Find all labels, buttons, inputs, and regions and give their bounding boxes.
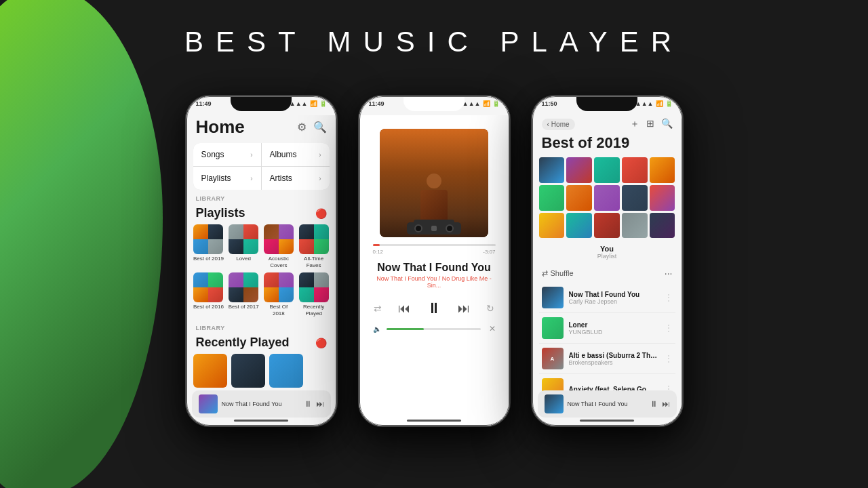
b17-p1 [229, 272, 243, 287]
playlist-acoustic-thumb [264, 224, 294, 254]
phone3-home-indicator [580, 420, 634, 422]
playlist-recently[interactable]: Recently Played [298, 272, 330, 317]
add-icon[interactable]: ＋ [630, 118, 639, 130]
phone3-np-next[interactable]: ⏭ [662, 399, 670, 409]
settings-icon[interactable]: ⚙ [297, 121, 307, 134]
phone1-status-icons: ▲▲▲ 📶 🔋 [290, 100, 327, 107]
alltime-p4 [314, 239, 329, 254]
album-cover-11[interactable] [539, 213, 565, 239]
np-next-btn[interactable]: ⏭ [316, 399, 324, 409]
next-btn[interactable]: ⏭ [458, 302, 470, 316]
progress-times: 0:12 -3:07 [373, 249, 496, 255]
playlist-best2019-name: Best of 2019 [193, 256, 224, 262]
recently-badge: 🔴 [315, 338, 327, 348]
playlist-best2018-name: Best Of 2018 [263, 304, 294, 317]
phone2-frame: 11:49 ▲▲▲ 📶 🔋 [358, 95, 511, 427]
album-cover-5[interactable] [650, 157, 675, 183]
p2-wifi-icon: 📶 [483, 100, 490, 107]
pause-btn[interactable]: ⏸ [427, 300, 441, 317]
progress-bar[interactable] [373, 244, 496, 246]
back-button[interactable]: ‹ Home [542, 119, 575, 130]
volume-bar-wrapper: 🔈 ✕ [373, 324, 496, 333]
rec-p1 [299, 272, 314, 287]
vol-close-btn[interactable]: ✕ [489, 324, 496, 333]
recently-label: LIBRARY [186, 319, 336, 334]
playlists-badge: 🔴 [315, 208, 327, 219]
track-info-1: Now That I Found You Carly Rae Jepsen [569, 291, 659, 305]
track-more-2[interactable]: ⋮ [665, 323, 673, 333]
np-pause-btn[interactable]: ⏸ [304, 399, 312, 409]
playlist-acoustic[interactable]: Acoustic Covers [263, 224, 294, 268]
phone1-header-icons: ⚙ 🔍 [297, 121, 327, 134]
phone3-search-icon[interactable]: 🔍 [661, 118, 673, 130]
wifi-icon: 📶 [310, 100, 317, 107]
np-controls: ⏸ ⏭ [304, 399, 324, 409]
recent-thumb1 [193, 354, 227, 388]
filter-icon[interactable]: ⊞ [646, 118, 654, 130]
track-row-1[interactable]: Now That I Found You Carly Rae Jepsen ⋮ [539, 283, 675, 313]
prev-btn[interactable]: ⏮ [398, 302, 410, 316]
b16-p4 [208, 287, 223, 302]
phone3-vol-up [531, 174, 532, 199]
progress-fill [373, 244, 380, 246]
playlist-loved[interactable]: Loved [228, 224, 259, 268]
phone3-np-pause[interactable]: ⏸ [650, 399, 658, 409]
track-more-3[interactable]: ⋮ [665, 354, 673, 363]
loved-p2 [243, 224, 258, 239]
album-cover-15[interactable] [650, 213, 675, 239]
phone2-status-icons: ▲▲▲ 📶 🔋 [462, 100, 500, 107]
album-cover-6[interactable] [539, 185, 565, 211]
playlist-best2019[interactable]: Best of 2019 [193, 224, 224, 268]
album-cover-12[interactable] [566, 213, 592, 239]
track-artist-3: Brokenspeakers [569, 359, 659, 366]
track-info: Now That I Found You Now That I Found Yo… [359, 255, 509, 293]
b18-p1 [264, 272, 279, 287]
album-cover-3[interactable] [594, 157, 620, 183]
track-row-3[interactable]: A Alti e bassi (Suburra 2 Theme) (feat B… [539, 344, 675, 374]
playlist-best2016-thumb [193, 272, 223, 302]
track-row-2[interactable]: Loner YUNGBLUD ⋮ [539, 313, 675, 344]
playlist-best2016[interactable]: Best of 2016 [193, 272, 224, 317]
album-cover-10[interactable] [650, 185, 675, 211]
shuffle-button[interactable]: ⇄ Shuffle [542, 269, 574, 278]
nav-albums[interactable]: Albums › [262, 143, 330, 166]
nav-playlists[interactable]: Playlists › [193, 167, 261, 190]
album-cover-8[interactable] [594, 185, 620, 211]
phone2: 11:49 ▲▲▲ 📶 🔋 [358, 95, 511, 427]
playlist-best2017-thumb [229, 272, 258, 302]
p2-signal-icon: ▲▲▲ [462, 100, 481, 107]
album-cover-4[interactable] [622, 157, 648, 183]
shuffle-bar: ⇄ Shuffle ··· [532, 264, 682, 283]
playlist-best2018-thumb [264, 272, 294, 302]
track-more-1[interactable]: ⋮ [665, 293, 673, 302]
nav-artists[interactable]: Artists › [262, 167, 330, 190]
phones-container: 11:49 ▲▲▲ 📶 🔋 Home ⚙ 🔍 [0, 95, 868, 427]
album-cover-1[interactable] [539, 157, 565, 183]
recent-thumb3 [269, 354, 303, 388]
album-cover-7[interactable] [566, 185, 592, 211]
progress-container: 0:12 -3:07 [359, 244, 509, 255]
p3-signal-icon: ▲▲▲ [635, 100, 654, 107]
album-cover-14[interactable] [622, 213, 648, 239]
playlist-alltime[interactable]: All-Time Faves [298, 224, 330, 268]
phone1-home-indicator [234, 420, 288, 422]
album-cover-9[interactable] [622, 185, 648, 211]
nav-songs[interactable]: Songs › [193, 143, 261, 166]
b18-p4 [279, 287, 294, 302]
volume-bar[interactable] [387, 328, 481, 330]
album-cover-2[interactable] [566, 157, 592, 183]
thumb-piece1 [193, 224, 208, 239]
album-cover-13[interactable] [594, 213, 620, 239]
album-art-container [359, 115, 509, 244]
phone3: 11:50 ▲▲▲ 📶 🔋 ‹ Home ＋ ⊞ [531, 95, 684, 427]
playlist-best2017[interactable]: Best of 2017 [228, 272, 259, 317]
playlist-best2017-name: Best of 2017 [229, 304, 259, 310]
playlists-grid-row2: Best of 2016 Best of 2017 [186, 272, 336, 317]
shuffle-btn[interactable]: ⇄ [374, 303, 382, 314]
playlist-best2018[interactable]: Best Of 2018 [263, 272, 294, 317]
repeat-btn[interactable]: ↻ [486, 303, 494, 314]
loved-p4 [243, 239, 258, 254]
more-options-btn[interactable]: ··· [665, 268, 673, 279]
b18-p2 [279, 272, 294, 287]
search-icon[interactable]: 🔍 [313, 121, 327, 134]
